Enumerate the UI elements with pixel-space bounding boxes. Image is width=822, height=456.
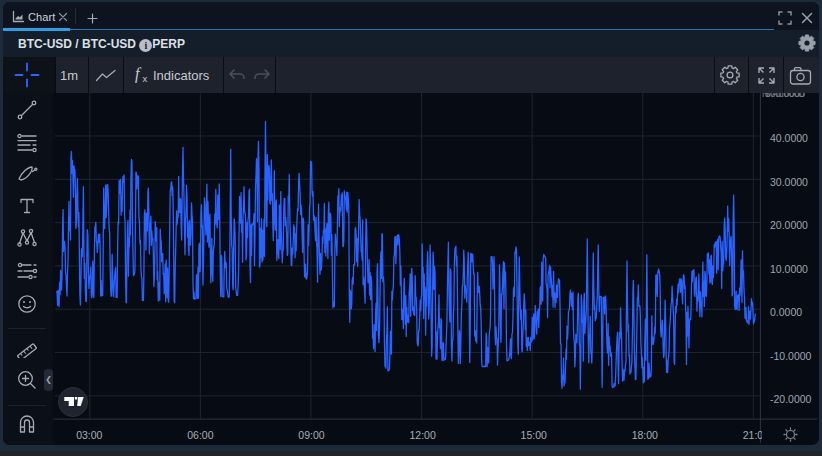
svg-text:f: f bbox=[135, 65, 142, 83]
svg-text:x: x bbox=[143, 73, 148, 84]
